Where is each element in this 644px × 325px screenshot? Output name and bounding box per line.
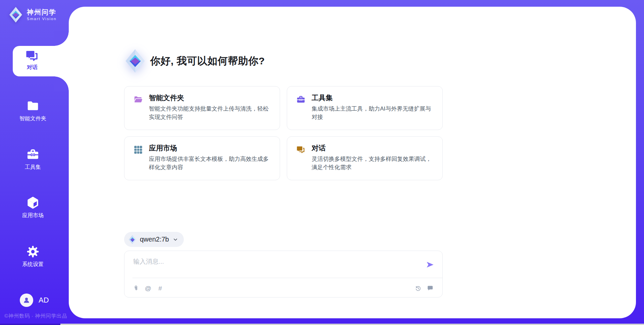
card-title: 对话: [312, 143, 326, 153]
tab-fillet-top: [54, 31, 69, 46]
bottom-edge-scrollbar[interactable]: [60, 324, 644, 325]
card-title: 应用市场: [149, 143, 177, 153]
folder-icon: [26, 99, 40, 113]
sidebar-item-settings[interactable]: 系统设置: [0, 245, 66, 268]
diamond-logo-icon: [9, 7, 23, 23]
sidebar-item-app-market[interactable]: 应用市场: [0, 196, 66, 219]
card-toolset[interactable]: 工具集 集成市场上主流工具，助力AI与外界无缝扩展与对接: [287, 86, 443, 130]
sidebar-item-label: 工具集: [25, 164, 41, 171]
copyright-text: ©神州数码 · 神州问学出品: [4, 313, 67, 320]
sidebar-item-label: 智能文件夹: [19, 115, 46, 122]
sidebar-item-label: 应用市场: [22, 212, 44, 219]
greeting-row: 你好, 我可以如何帮助你?: [125, 47, 265, 75]
grid-icon: [133, 145, 143, 154]
app-window: 神州问学 Smart Vision 对话 智能文件夹 工具集 应用市场: [0, 0, 644, 325]
card-description: 智能文件夹功能支持批量文件上传与清洗，轻松实现文件问答: [149, 105, 271, 121]
card-description: 集成市场上主流工具，助力AI与外界无缝扩展与对接: [312, 105, 434, 121]
cube-icon: [26, 196, 40, 209]
person-icon: [22, 296, 31, 304]
history-button[interactable]: [415, 285, 422, 292]
message-icon: [427, 285, 434, 292]
attachment-icon: [132, 285, 140, 292]
message-composer: @ #: [124, 251, 443, 298]
chat-icon: [25, 49, 39, 63]
app-title: 神州问学: [27, 8, 57, 16]
card-description: 灵活切换多模型文件，支持多样回复效果调试，满足个性化需求: [312, 155, 434, 172]
brand-logo: 神州问学 Smart Vision: [9, 7, 57, 23]
content-column: 你好, 我可以如何帮助你? 智能文件夹 智能文件夹功能支持批量文件上传与清洗，轻…: [124, 0, 443, 312]
bottom-edge-dark: [0, 324, 60, 325]
hash-button[interactable]: #: [157, 285, 164, 292]
model-selector[interactable]: qwen2:7b: [124, 232, 184, 247]
history-icon: [415, 285, 422, 292]
sidebar-item-chat[interactable]: 对话: [13, 46, 69, 76]
card-chat[interactable]: 对话 灵活切换多模型文件，支持多样回复效果调试，满足个性化需求: [287, 136, 443, 180]
card-smart-folder[interactable]: 智能文件夹 智能文件夹功能支持批量文件上传与清洗，轻松实现文件问答: [124, 86, 280, 130]
user-account[interactable]: AD: [20, 294, 49, 307]
card-title: 工具集: [312, 93, 333, 103]
message-input[interactable]: [132, 256, 409, 268]
card-app-market[interactable]: 应用市场 应用市场提供丰富长文本模板，助力高效生成多样化文章内容: [124, 136, 280, 180]
user-initials: AD: [39, 296, 49, 305]
mention-button[interactable]: @: [145, 285, 152, 292]
model-name: qwen2:7b: [140, 236, 169, 243]
diamond-logo-icon: [125, 48, 146, 74]
message-mode-button[interactable]: [427, 285, 434, 292]
sidebar-item-label: 对话: [27, 64, 38, 71]
briefcase-icon: [26, 148, 40, 161]
sidebar-item-smart-folder[interactable]: 智能文件夹: [0, 99, 66, 122]
send-button[interactable]: [426, 260, 434, 269]
card-title: 智能文件夹: [149, 93, 184, 103]
send-icon: [426, 260, 434, 269]
sidebar: 神州问学 Smart Vision 对话 智能文件夹 工具集 应用市场: [0, 0, 69, 325]
feature-cards: 智能文件夹 智能文件夹功能支持批量文件上传与清洗，轻松实现文件问答 工具集 集成…: [124, 86, 443, 180]
briefcase-icon: [296, 95, 306, 104]
attachment-button[interactable]: [132, 285, 140, 292]
gear-icon: [26, 245, 40, 258]
diamond-logo-icon: [128, 235, 137, 244]
composer-divider: [132, 278, 442, 278]
sidebar-item-toolset[interactable]: 工具集: [0, 148, 66, 171]
chevron-down-icon: [172, 237, 178, 243]
tab-fillet-bottom: [54, 76, 69, 91]
folder-open-icon: [133, 95, 143, 104]
sidebar-item-label: 系统设置: [22, 261, 44, 268]
avatar: [20, 294, 33, 307]
card-description: 应用市场提供丰富长文本模板，助力高效生成多样化文章内容: [149, 155, 271, 172]
app-subtitle: Smart Vision: [27, 17, 57, 21]
chat-icon: [296, 145, 306, 154]
greeting-text: 你好, 我可以如何帮助你?: [150, 54, 265, 68]
